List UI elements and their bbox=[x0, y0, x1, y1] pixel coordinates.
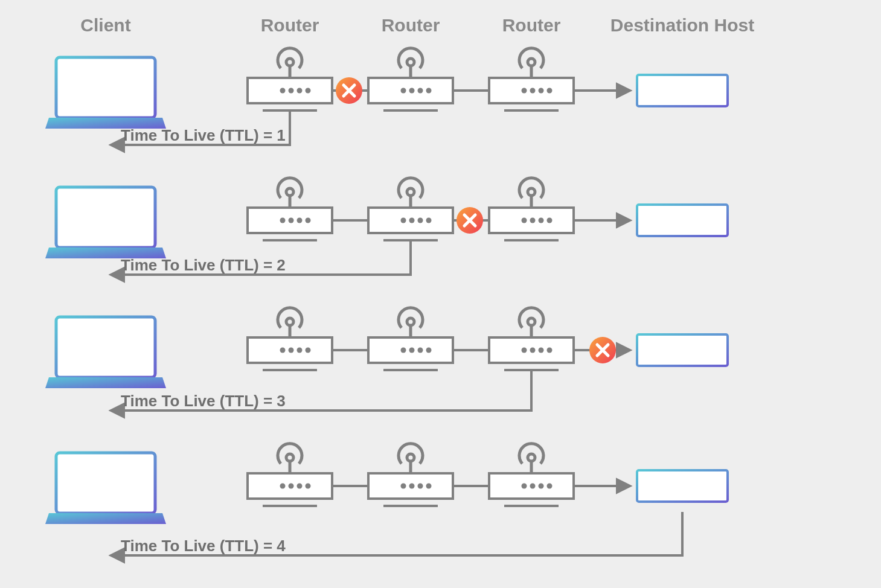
client-laptop-icon bbox=[45, 187, 166, 258]
diagram-canvas: Client Router Router Router Destination … bbox=[0, 0, 881, 588]
row-ttl-4: Time To Live (TTL) = 4 bbox=[45, 444, 728, 555]
router-icon bbox=[368, 444, 453, 506]
ttl-label: Time To Live (TTL) = 4 bbox=[121, 537, 286, 555]
header-router-2: Router bbox=[382, 15, 440, 35]
router-icon bbox=[489, 308, 574, 370]
router-icon bbox=[489, 48, 574, 110]
block-x-icon bbox=[336, 77, 362, 104]
block-x-icon bbox=[457, 207, 483, 234]
router-icon bbox=[368, 308, 453, 370]
router-icon bbox=[368, 178, 453, 240]
ttl-label: Time To Live (TTL) = 2 bbox=[121, 256, 286, 274]
row-ttl-1: Time To Live (TTL) = 1 bbox=[45, 48, 728, 145]
header-router-1: Router bbox=[261, 15, 319, 35]
router-icon bbox=[489, 178, 574, 240]
router-icon bbox=[248, 308, 332, 370]
router-icon bbox=[248, 178, 332, 240]
row-ttl-2: Time To Live (TTL) = 2 bbox=[45, 178, 728, 275]
router-icon bbox=[489, 444, 574, 506]
header-client: Client bbox=[80, 15, 130, 35]
ttl-label: Time To Live (TTL) = 3 bbox=[121, 392, 286, 410]
server-icon bbox=[637, 205, 728, 243]
client-laptop-icon bbox=[45, 453, 166, 524]
client-laptop-icon bbox=[45, 57, 166, 129]
diagram-svg: Client Router Router Router Destination … bbox=[0, 0, 881, 588]
router-icon bbox=[248, 48, 332, 110]
block-x-icon bbox=[589, 337, 616, 363]
header-destination: Destination Host bbox=[610, 15, 754, 35]
client-laptop-icon bbox=[45, 317, 166, 388]
server-icon bbox=[637, 470, 728, 509]
row-ttl-3: Time To Live (TTL) = 3 bbox=[45, 308, 728, 411]
server-icon bbox=[637, 334, 728, 373]
header-router-3: Router bbox=[502, 15, 561, 35]
ttl-label: Time To Live (TTL) = 1 bbox=[121, 126, 286, 144]
server-icon bbox=[637, 75, 728, 113]
router-icon bbox=[368, 48, 453, 110]
router-icon bbox=[248, 444, 332, 506]
